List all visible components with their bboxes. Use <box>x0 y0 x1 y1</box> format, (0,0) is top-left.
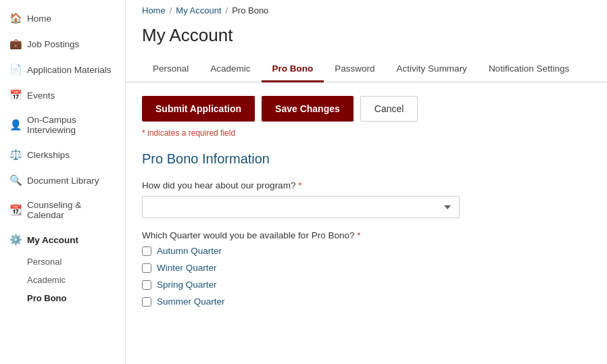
sidebar-item-document-library[interactable]: 🔍 Document Library <box>0 167 125 193</box>
clerkships-icon: ⚖️ <box>9 149 22 161</box>
sidebar-item-application-materials[interactable]: 📄 Application Materials <box>0 57 125 82</box>
home-icon: 🏠 <box>9 12 22 24</box>
tab-activity-summary[interactable]: Activity Summary <box>386 57 478 82</box>
spring-quarter-checkbox[interactable] <box>142 280 151 290</box>
summer-quarter-label: Summer Quarter <box>157 296 225 307</box>
breadcrumb-current: Pro Bono <box>232 5 268 16</box>
save-changes-button[interactable]: Save Changes <box>262 96 354 122</box>
page-title: My Account <box>126 21 607 57</box>
sidebar-sub-personal[interactable]: Personal <box>0 253 125 271</box>
my-account-icon: ⚙️ <box>9 234 22 246</box>
breadcrumb: Home / My Account / Pro Bono <box>126 0 607 21</box>
required-star: * <box>142 128 145 138</box>
sidebar-item-counseling-calendar[interactable]: 📆 Counseling & Calendar <box>0 193 125 227</box>
pro-bono-section: Pro Bono Information How did you hear ab… <box>142 151 591 307</box>
tab-bar: Personal Academic Pro Bono Password Acti… <box>126 57 607 82</box>
autumn-quarter-item[interactable]: Autumn Quarter <box>142 246 591 256</box>
sidebar-item-my-account[interactable]: ⚙️ My Account <box>0 227 125 253</box>
sidebar-item-on-campus-label: On-Campus Interviewing <box>27 115 116 135</box>
sidebar-sub-personal-label: Personal <box>27 257 62 267</box>
breadcrumb-home[interactable]: Home <box>142 5 166 16</box>
tab-pro-bono[interactable]: Pro Bono <box>262 57 324 82</box>
winter-quarter-item[interactable]: Winter Quarter <box>142 263 591 273</box>
sidebar-item-clerkships-label: Clerkships <box>27 150 70 160</box>
sidebar-sub-academic-label: Academic <box>27 275 66 285</box>
breadcrumb-my-account[interactable]: My Account <box>176 5 221 16</box>
section-title: Pro Bono Information <box>142 151 591 167</box>
on-campus-icon: 👤 <box>9 119 22 131</box>
sidebar: 🏠 Home 💼 Job Postings 📄 Application Mate… <box>0 0 126 364</box>
sidebar-item-events[interactable]: 📅 Events <box>0 82 125 108</box>
sidebar-item-home-label: Home <box>27 14 51 24</box>
sidebar-item-job-postings-label: Job Postings <box>27 39 79 49</box>
autumn-quarter-checkbox[interactable] <box>142 246 151 256</box>
sidebar-item-clerkships[interactable]: ⚖️ Clerkships <box>0 142 125 167</box>
job-postings-icon: 💼 <box>9 38 22 50</box>
sidebar-item-application-materials-label: Application Materials <box>27 65 112 75</box>
tab-notification-settings[interactable]: Notification Settings <box>478 57 580 82</box>
autumn-quarter-label: Autumn Quarter <box>157 246 222 256</box>
sidebar-sub-academic[interactable]: Academic <box>0 271 125 289</box>
summer-quarter-checkbox[interactable] <box>142 297 151 307</box>
breadcrumb-sep-2: / <box>226 5 228 16</box>
spring-quarter-item[interactable]: Spring Quarter <box>142 280 591 290</box>
sidebar-item-document-library-label: Document Library <box>27 176 99 186</box>
tab-password[interactable]: Password <box>324 57 385 82</box>
breadcrumb-sep-1: / <box>170 5 172 16</box>
spring-quarter-label: Spring Quarter <box>157 280 217 290</box>
winter-quarter-checkbox[interactable] <box>142 263 151 273</box>
sidebar-item-my-account-label: My Account <box>27 235 78 245</box>
quarter-label: Which Quarter would you be available for… <box>142 230 591 240</box>
winter-quarter-label: Winter Quarter <box>157 263 217 273</box>
sidebar-sub-pro-bono[interactable]: Pro Bono <box>0 289 125 307</box>
counseling-icon: 📆 <box>9 204 22 216</box>
document-library-icon: 🔍 <box>9 174 22 186</box>
sidebar-item-on-campus-interviewing[interactable]: 👤 On-Campus Interviewing <box>0 108 125 142</box>
sidebar-item-counseling-label: Counseling & Calendar <box>27 200 116 220</box>
quarter-form-group: Which Quarter would you be available for… <box>142 230 591 307</box>
quarter-checkbox-group: Autumn Quarter Winter Quarter Spring Qua… <box>142 246 591 307</box>
cancel-button[interactable]: Cancel <box>360 96 418 122</box>
events-icon: 📅 <box>9 89 22 101</box>
main-content: Home / My Account / Pro Bono My Account … <box>126 0 607 364</box>
summer-quarter-item[interactable]: Summer Quarter <box>142 296 591 307</box>
hear-form-group: How did you hear about our program? * <box>142 180 591 218</box>
tab-personal[interactable]: Personal <box>142 57 199 82</box>
required-note: * indicates a required field <box>142 128 591 138</box>
hear-label: How did you hear about our program? * <box>142 180 591 190</box>
tab-academic[interactable]: Academic <box>199 57 261 82</box>
submit-application-button[interactable]: Submit Application <box>142 96 255 122</box>
action-buttons: Submit Application Save Changes Cancel <box>142 96 591 122</box>
content-area: Submit Application Save Changes Cancel *… <box>126 82 607 332</box>
sidebar-item-job-postings[interactable]: 💼 Job Postings <box>0 31 125 57</box>
hear-required-star: * <box>298 180 301 190</box>
hear-select[interactable] <box>142 196 460 218</box>
sidebar-item-events-label: Events <box>27 90 55 101</box>
sidebar-item-home[interactable]: 🏠 Home <box>0 5 125 31</box>
quarter-required-star: * <box>357 230 360 240</box>
sidebar-sub-pro-bono-label: Pro Bono <box>27 293 67 303</box>
application-materials-icon: 📄 <box>9 63 22 76</box>
required-note-text: indicates a required field <box>147 128 235 138</box>
